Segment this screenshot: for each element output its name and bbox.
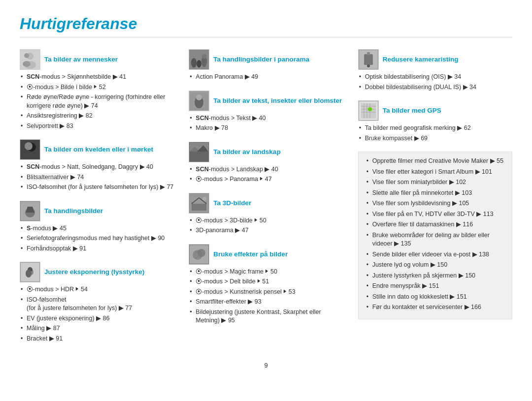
svg-point-30 (202, 197, 206, 201)
svg-rect-27 (192, 204, 206, 211)
section-text-title: Ta bilder av tekst, insekter eller bloms… (213, 96, 342, 105)
section-panorama-title: Ta handlingsbilder i panorama (213, 55, 309, 64)
reduce-icon (358, 49, 379, 70)
svg-rect-23 (190, 152, 208, 161)
main-columns: Ta bilder av mennesker SCN-modus > Skjøn… (20, 49, 512, 352)
list-item: SCN-modus > Natt, Solnedgang, Daggry ▶ 4… (20, 163, 174, 172)
gps-icon (358, 100, 379, 121)
list-item: Overføre filer til datamaskinen ▶ 116 (366, 220, 505, 229)
svg-rect-37 (367, 52, 370, 55)
section-reduce: Redusere kameraristing Optisk bildestabi… (358, 49, 512, 92)
list-item: SCN-modus > Tekst ▶ 40 (189, 114, 343, 123)
svg-point-15 (191, 58, 197, 67)
list-item: Stille inn dato og klokkeslett ▶ 151 (366, 293, 505, 302)
section-effects-list: ⦿-modus > Magic frame ▶ 50 ⦿-modus > Del… (189, 268, 343, 325)
section-text-header: Ta bilder av tekst, insekter eller bloms… (189, 91, 343, 111)
section-panorama-header: Ta handlingsbilder i panorama (189, 49, 343, 70)
list-item: Røde øyne/Røde øyne - korrigering (forhi… (20, 93, 174, 110)
list-item: Før du kontakter et servicesenter ▶ 166 (366, 303, 505, 312)
list-item: ⦿-modus > Panorama ▶ 47 (189, 175, 343, 184)
list-item: S-modus ▶ 45 (20, 224, 174, 233)
title-divider (20, 37, 512, 37)
section-night-title: Ta bilder om kvelden eller i mørket (44, 145, 153, 154)
section-people: Ta bilder av mennesker SCN-modus > Skjøn… (20, 49, 174, 130)
list-item: Justere lyd og volum ▶ 150 (366, 261, 505, 270)
list-item: Bildejustering (justere Kontrast, Skarph… (189, 308, 343, 325)
section-exposure-title: Justere eksponering (lysstyrke) (44, 268, 144, 277)
svg-rect-39 (361, 103, 376, 118)
list-item: Bruke kompasset ▶ 69 (358, 134, 512, 143)
svg-point-2 (24, 53, 29, 58)
section-action: Ta handlingsbilder S-modus ▶ 45 Seriefot… (20, 201, 174, 253)
list-item: ISO-følsomhet(for å justere følsomheten … (20, 296, 174, 313)
section-reduce-list: Optisk bildestabilisering (OIS) ▶ 34 Dob… (358, 73, 512, 92)
list-item: Bruke webområder for deling av bilder el… (366, 231, 505, 248)
list-item: 3D-panorama ▶ 47 (189, 226, 343, 235)
section-gps-header: Ta bilder med GPS (358, 100, 512, 121)
night-icon (20, 139, 40, 160)
section-night-list: SCN-modus > Natt, Solnedgang, Daggry ▶ 4… (20, 163, 174, 192)
section-action-title: Ta handlingsbilder (44, 207, 103, 216)
section-gps: Ta bilder med GPS Ta bilder med geografi… (358, 100, 512, 143)
list-item: ⦿-modus > HDR ▶ 54 (20, 285, 174, 294)
list-item: Makro ▶ 78 (189, 124, 343, 133)
column-3: Redusere kameraristing Optisk bildestabi… (358, 49, 512, 352)
svg-point-16 (197, 60, 202, 67)
list-item: Blitsalternativer ▶ 74 (20, 173, 174, 182)
list-item: Måling ▶ 87 (20, 324, 174, 333)
section-3d-title: Ta 3D-bilder (213, 199, 251, 208)
list-item: Bracket ▶ 91 (20, 335, 174, 343)
svg-point-46 (368, 107, 372, 111)
section-people-header: Ta bilder av mennesker (20, 49, 174, 70)
action-icon (20, 201, 40, 221)
column-2: Ta handlingsbilder i panorama Action Pan… (189, 49, 343, 352)
panorama-icon (189, 49, 209, 70)
extra-items-list: Opprette filmer med Creative Movie Maker… (366, 157, 505, 312)
text-icon (189, 91, 209, 111)
section-effects: Bruke effekter på bilder ⦿-modus > Magic… (189, 244, 343, 325)
svg-point-21 (196, 94, 202, 100)
list-item: ⦿-modus > Magic frame ▶ 50 (189, 268, 343, 277)
exposure-icon (20, 262, 40, 282)
landscape-icon (189, 142, 209, 162)
section-night-header: Ta bilder om kvelden eller i mørket (20, 139, 174, 160)
effects-icon (189, 244, 209, 265)
section-text: Ta bilder av tekst, insekter eller bloms… (189, 91, 343, 133)
svg-point-6 (25, 142, 33, 150)
list-item: Forhåndsopptak ▶ 91 (20, 245, 174, 253)
3d-icon (189, 193, 209, 214)
extra-items-box: Opprette filmer med Creative Movie Maker… (358, 152, 512, 319)
list-item: ⦿-modus > Kunstnerisk pensel ▶ 53 (189, 288, 343, 297)
svg-point-18 (202, 54, 207, 59)
section-people-list: SCN-modus > Skjønnhetsbilde ▶ 41 ⦿-modus… (20, 73, 174, 130)
list-item: Opprette filmer med Creative Movie Maker… (366, 157, 505, 166)
list-item: Slette alle filer på minnekortet ▶ 103 (366, 189, 505, 198)
list-item: ⦿-modus > 3D-bilde ▶ 50 (189, 216, 343, 225)
section-text-list: SCN-modus > Tekst ▶ 40 Makro ▶ 78 (189, 114, 343, 133)
list-item: EV (justere eksponering) ▶ 86 (20, 314, 174, 323)
section-gps-title: Ta bilder med GPS (383, 106, 441, 115)
section-3d: Ta 3D-bilder ⦿-modus > 3D-bilde ▶ 50 3D-… (189, 193, 343, 235)
list-item: ⦿-modus > Delt bilde ▶ 51 (189, 278, 343, 286)
list-item: ISO-følsomhet (for å justere følsomheten… (20, 183, 174, 192)
list-item: SCN-modus > Skjønnhetsbilde ▶ 41 (20, 73, 174, 82)
svg-rect-35 (364, 54, 373, 65)
list-item: Vise filer som miniatyrbilder ▶ 102 (366, 178, 505, 187)
list-item: SCN-modus > Landskap ▶ 40 (189, 165, 343, 174)
svg-point-13 (26, 270, 32, 278)
section-landscape: Ta bilder av landskap SCN-modus > Landsk… (189, 142, 343, 184)
section-effects-header: Bruke effekter på bilder (189, 244, 343, 265)
section-landscape-header: Ta bilder av landskap (189, 142, 343, 162)
section-reduce-title: Redusere kameraristing (383, 55, 459, 64)
list-item: Vise filer på en TV, HDTV eller 3D-TV ▶ … (366, 210, 505, 219)
page-number: 9 (20, 362, 512, 369)
list-item: Smartfilter-effekter ▶ 93 (189, 298, 343, 307)
section-3d-header: Ta 3D-bilder (189, 193, 343, 214)
svg-point-36 (367, 64, 370, 67)
list-item: Ansiktsregistrering ▶ 82 (20, 112, 174, 121)
list-item: Vise filer som lysbildevisning ▶ 105 (366, 199, 505, 208)
section-exposure-list: ⦿-modus > HDR ▶ 54 ISO-følsomhet(for å j… (20, 285, 174, 343)
list-item: Sende bilder eller videoer via e-post ▶ … (366, 250, 505, 259)
section-people-title: Ta bilder av mennesker (44, 55, 118, 64)
section-night: Ta bilder om kvelden eller i mørket SCN-… (20, 139, 174, 192)
